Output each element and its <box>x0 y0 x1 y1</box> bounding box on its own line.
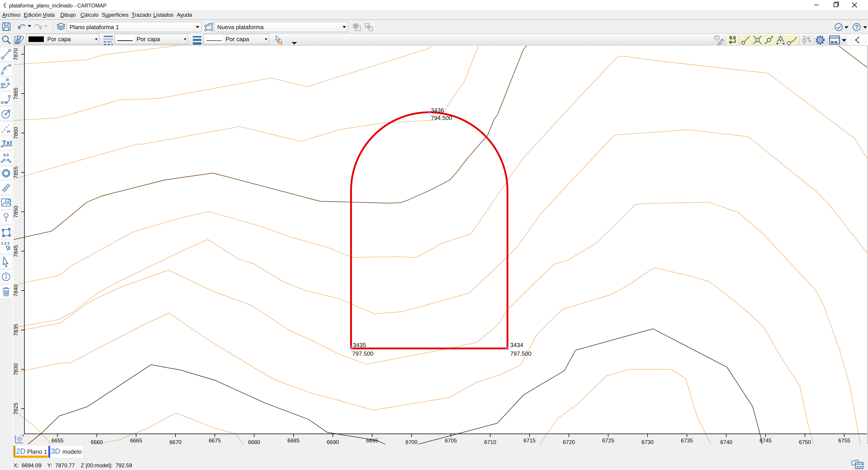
svg-text:6685: 6685 <box>287 437 300 444</box>
svg-text:8.0: 8.0 <box>3 153 9 157</box>
svg-text:6700: 6700 <box>405 439 417 445</box>
svg-text:794.500: 794.500 <box>431 115 452 121</box>
svg-text:7850: 7850 <box>13 206 19 218</box>
svg-text:∞: ∞ <box>6 128 10 134</box>
svg-text:6755: 6755 <box>838 437 850 444</box>
svg-text:7870: 7870 <box>13 48 19 60</box>
svg-text:6680: 6680 <box>248 439 260 445</box>
svg-text:6735: 6735 <box>681 437 693 444</box>
svg-text:6670: 6670 <box>169 439 182 445</box>
svg-text:8.0: 8.0 <box>730 35 736 40</box>
svg-text:3436: 3436 <box>431 107 444 114</box>
svg-text:7835: 7835 <box>13 324 19 336</box>
svg-text:7865: 7865 <box>13 88 19 100</box>
svg-text:R: R <box>6 78 9 82</box>
svg-text:6750: 6750 <box>799 439 811 445</box>
svg-text:6720: 6720 <box>563 439 575 445</box>
svg-text:6690: 6690 <box>327 439 339 445</box>
svg-text:797.500: 797.500 <box>510 350 531 357</box>
svg-text:7830: 7830 <box>13 363 19 375</box>
svg-text:6660: 6660 <box>91 439 103 445</box>
svg-text:6655: 6655 <box>51 437 63 444</box>
svg-text:6715: 6715 <box>524 437 535 444</box>
svg-text:3435: 3435 <box>353 342 366 348</box>
svg-text:6695: 6695 <box>366 437 378 444</box>
svg-text:6665: 6665 <box>130 437 142 444</box>
svg-text:6705: 6705 <box>445 437 457 444</box>
svg-text:Txt: Txt <box>2 139 12 147</box>
svg-text:3434: 3434 <box>510 342 523 348</box>
svg-text:6710: 6710 <box>484 439 496 445</box>
svg-text:6675: 6675 <box>209 437 221 444</box>
svg-text:7845: 7845 <box>13 245 19 257</box>
svg-text:?: ? <box>855 24 859 31</box>
svg-text:6745: 6745 <box>760 437 772 444</box>
svg-text:7825: 7825 <box>13 403 19 415</box>
svg-text:797.500: 797.500 <box>352 350 373 357</box>
svg-text:6740: 6740 <box>720 439 732 445</box>
svg-text:N: N <box>278 39 283 45</box>
svg-text:7840: 7840 <box>13 284 19 296</box>
svg-text:6730: 6730 <box>642 439 653 445</box>
svg-text:7860: 7860 <box>13 127 19 139</box>
svg-text:7855: 7855 <box>13 166 19 178</box>
svg-text:1·2·3: 1·2·3 <box>1 242 9 245</box>
svg-text:6725: 6725 <box>602 437 614 444</box>
